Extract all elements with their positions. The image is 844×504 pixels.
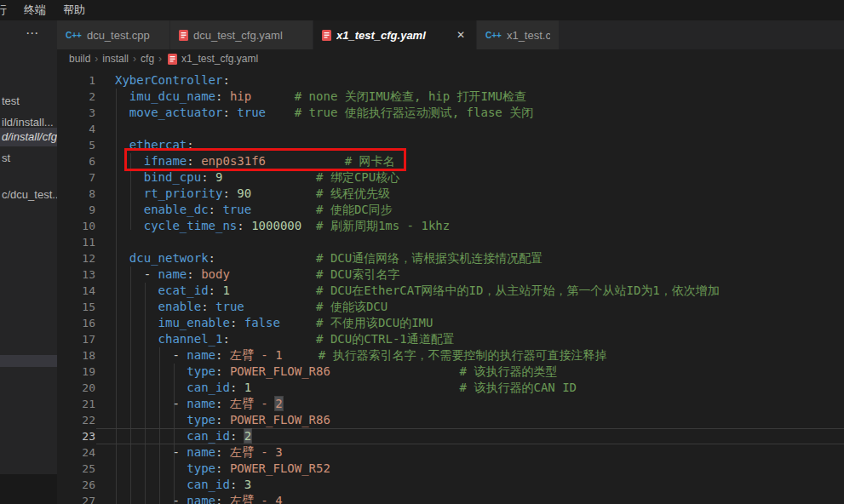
sidebar-item[interactable]: c/dcu_test... [0,186,57,204]
token: : [187,138,193,152]
code-line[interactable]: 7 bind_cpu: 9 # 绑定CPU核心 [57,169,844,186]
code-line[interactable]: 12 dcu_network: # DCU通信网络，请根据实机连接情况配置 [57,250,844,266]
yaml-file-icon [168,54,177,65]
line-content: type: POWER_FLOW_R86 [115,412,330,428]
line-content: bind_cpu: 9 # 绑定CPU核心 [115,169,399,186]
token: ethercat [129,138,187,152]
token: name [187,397,215,410]
code-line[interactable]: 22 type: POWER_FLOW_R86 [57,412,844,428]
line-content: enable_dc: true # 使能DC同步 [115,202,393,218]
sidebar-item[interactable]: test [0,92,57,111]
token: can_id [187,478,230,491]
sidebar-item[interactable]: d/install/cfg [0,128,57,146]
code-line[interactable]: 20 can_id: 1 # 该执行器的CAN ID [57,380,844,396]
close-icon[interactable]: ✕ [454,28,468,42]
token [115,397,172,410]
tab-label: x1_test_cfg.yaml [336,29,449,42]
token: # 该执行器的类型 [460,364,558,378]
line-number: 23 [57,428,95,444]
token: # DCU的CTRL-1通道配置 [316,332,455,346]
breadcrumb-file[interactable]: x1_test_cfg.yaml [181,53,258,65]
line-content: move_actuator: true # true 使能执行器运动测试, fl… [115,105,533,121]
code-line[interactable]: 14 ecat_id: 1 # DCU在EtherCAT网络中的ID，从主站开始… [57,283,844,299]
breadcrumb: build›install›cfg›x1_test_cfg.yaml [57,49,844,68]
line-number: 14 [57,283,95,299]
tab-bar: C++dcu_test.cppdcu_test_cfg.yamlx1_test_… [57,20,844,49]
code-line[interactable]: 24 - name: 左臂 - 3 [57,444,844,461]
tab-x1_test_cfg.yaml[interactable]: x1_test_cfg.yaml✕ [313,20,477,49]
code-line[interactable]: 25 type: POWER_FLOW_R52 [57,461,844,477]
token: : [222,106,229,119]
tab-x1_test.cpp[interactable]: C++x1_test.cpp [477,20,560,49]
code-editor[interactable]: 1XyberController:2 imu_dcu_name: hip # n… [57,68,844,504]
code-line[interactable]: 9 enable_dc: true # 使能DC同步 [57,202,844,218]
line-number: 20 [57,380,95,396]
breadcrumb-segment[interactable]: install [102,53,129,65]
line-content: type: POWER_FLOW_R52 [115,461,330,477]
line-number: 15 [57,299,95,315]
code-line[interactable]: 11 [57,234,844,250]
token: # 刷新周期1ms - 1khz [316,219,450,232]
token [115,429,187,443]
tab-dcu_test.cpp[interactable]: C++dcu_test.cpp [57,20,170,49]
code-line[interactable]: 16 imu_enable: false # 不使用该DCU的IMU [57,315,844,331]
token [266,154,345,168]
line-number: 6 [57,153,95,169]
code-line[interactable]: 27 - name: 左臂 - 4 [57,493,844,504]
code-line[interactable]: 23 can_id: 2 [57,428,844,444]
occurrence-highlight: 2 [244,429,251,443]
code-line[interactable]: 1XyberController: [57,72,844,89]
token: true [230,106,266,119]
token: POWER_FLOW_R86 [222,364,330,378]
code-line[interactable]: 15 enable: true # 使能该DCU [57,299,844,315]
line-number: 19 [57,364,95,380]
code-line[interactable]: 3 move_actuator: true # true 使能执行器运动测试, … [57,105,844,121]
line-number: 2 [57,89,95,105]
token [115,478,187,491]
token [251,186,316,200]
sidebar-item[interactable]: st [0,149,57,168]
line-content: ifname: enp0s31f6 # 网卡名 [115,153,395,169]
code-line[interactable]: 2 imu_dcu_name: hip # none 关闭IMU检查, hip … [57,89,844,105]
tab-dcu_test_cfg.yaml[interactable]: dcu_test_cfg.yaml [170,20,313,49]
token [115,284,158,297]
code-line[interactable]: 19 type: POWER_FLOW_R86 # 该执行器的类型 [57,364,844,380]
code-line[interactable]: 4 [57,121,844,137]
breadcrumb-segment[interactable]: build [69,53,90,65]
menu-item[interactable]: 终端 [17,3,53,18]
token [230,267,316,281]
token: # none 关闭IMU检查, hip 打开IMU检查 [295,89,526,103]
code-line[interactable]: 26 can_id: 3 [57,477,844,493]
code-line[interactable]: 5 ethercat: [57,137,844,153]
token: rt_priority [144,186,223,200]
code-line[interactable]: 6 ifname: enp0s31f6 # 网卡名 [57,153,844,169]
token: - [172,445,187,459]
line-content: imu_enable: false # 不使用该DCU的IMU [115,315,433,331]
token [283,348,319,362]
menu-item[interactable]: 帮助 [56,3,92,18]
code-line[interactable]: 10 cycle_time_ns: 1000000 # 刷新周期1ms - 1k… [57,218,844,234]
token [115,219,144,232]
token: move_actuator [129,106,223,119]
code-line[interactable]: 18 - name: 左臂 - 1 # 执行器索引名字，不需要控制的执行器可直接… [57,347,844,364]
code-line[interactable]: 8 rt_priority: 90 # 线程优先级 [57,186,844,202]
code-line[interactable]: 13 - name: body # DCU索引名字 [57,266,844,283]
code-line[interactable]: 21 - name: 左臂 - 2 [57,396,844,412]
token [115,300,158,313]
token: : [187,267,193,281]
menu-bar: 行终端帮助 [0,0,844,20]
token [244,300,316,313]
token [115,251,129,265]
line-content: imu_dcu_name: hip # none 关闭IMU检查, hip 打开… [115,89,526,105]
token: name [187,445,215,459]
more-actions-icon[interactable]: ⋯ [26,26,39,41]
line-content: channel_1: # DCU的CTRL-1通道配置 [115,331,455,347]
line-number: 16 [57,315,95,331]
breadcrumb-segment[interactable]: cfg [141,53,154,65]
line-content: enable: true # 使能该DCU [115,299,388,315]
token: : [201,170,208,184]
code-line[interactable]: 17 channel_1: # DCU的CTRL-1通道配置 [57,331,844,347]
menu-item[interactable]: 行 [0,3,14,18]
token: dcu_network [129,251,209,265]
line-content: - name: body # DCU索引名字 [115,266,399,283]
